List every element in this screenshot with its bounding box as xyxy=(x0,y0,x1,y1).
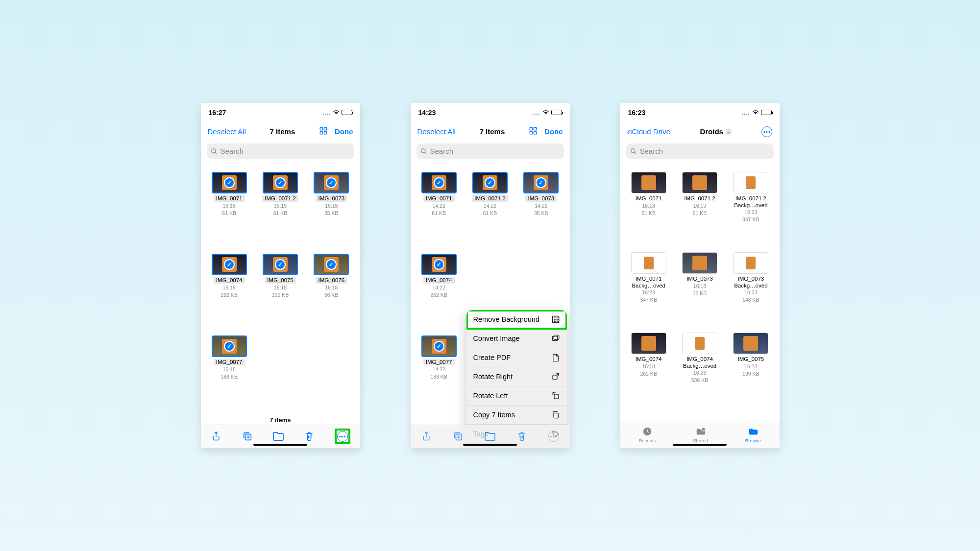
file-time: 16:18 xyxy=(223,366,236,373)
file-item[interactable]: IMG_0071Backg…oved16:23347 KB xyxy=(625,252,672,303)
selected-check-icon: ✓ xyxy=(224,177,235,188)
file-time: 14:22 xyxy=(433,203,445,209)
svg-rect-10 xyxy=(534,132,536,134)
trash-icon[interactable] xyxy=(303,431,315,442)
svg-point-4 xyxy=(211,148,215,152)
selected-check-icon: ✓ xyxy=(275,259,286,270)
battery-icon xyxy=(342,110,352,115)
menu-rotate-right[interactable]: Rotate Right xyxy=(466,367,567,386)
screen-3: 16:23 .... ‹ iCloud Drive Droids ⌄ ••• S… xyxy=(620,103,780,448)
file-item[interactable]: IMG_0071 2Backg…oved16:23347 KB xyxy=(727,172,774,223)
svg-rect-9 xyxy=(530,132,532,134)
more-icon[interactable]: ••• xyxy=(548,431,560,442)
menu-rotate-left[interactable]: Rotate Left xyxy=(466,386,567,406)
file-item[interactable]: ✓IMG_007314:2235 KB xyxy=(517,172,564,216)
file-name: IMG_0071 2 xyxy=(262,195,298,202)
file-time: 16:18 xyxy=(693,283,706,289)
screen-1: 16:27 .... Deselect All 7 Items Done Sea… xyxy=(201,103,360,448)
grid-view-icon[interactable] xyxy=(529,126,538,137)
folder-icon[interactable] xyxy=(484,431,496,442)
file-thumbnail xyxy=(631,172,666,193)
file-item[interactable]: IMG_0071 216:1961 KB xyxy=(676,172,723,223)
svg-rect-2 xyxy=(320,132,322,134)
search-placeholder: Search xyxy=(220,147,244,155)
file-time: 16:19 xyxy=(274,203,287,209)
file-size: 61 KB xyxy=(222,210,236,216)
tab-recents[interactable]: Recents xyxy=(638,426,656,443)
grid-view-icon[interactable] xyxy=(319,126,328,137)
more-icon[interactable]: ••• xyxy=(337,431,348,442)
file-thumbnail: ✓ xyxy=(421,172,457,193)
file-item[interactable]: ✓IMG_007316:1835 KB xyxy=(308,172,355,216)
file-name: IMG_0073 xyxy=(735,275,766,282)
search-input[interactable]: Search xyxy=(626,144,774,159)
svg-rect-7 xyxy=(530,127,532,130)
more-icon[interactable]: ••• xyxy=(761,126,772,137)
menu-copy-items[interactable]: Copy 7 Items xyxy=(466,406,567,425)
tab-browse[interactable]: Browse xyxy=(745,426,761,443)
menu-remove-background[interactable]: Remove Background xyxy=(466,310,567,329)
file-item[interactable]: ✓IMG_007116:1861 KB xyxy=(206,172,253,216)
battery-icon xyxy=(761,110,772,115)
file-item[interactable]: IMG_007316:1835 KB xyxy=(676,252,723,303)
done-button[interactable]: Done xyxy=(544,127,563,136)
file-item[interactable]: IMG_0074Backg…oved16:23536 KB xyxy=(676,333,723,383)
item-count: 7 items xyxy=(201,414,360,425)
file-name: IMG_0071 2 xyxy=(682,195,717,202)
file-name: IMG_0071 xyxy=(214,195,245,202)
file-item[interactable]: IMG_007116:1861 KB xyxy=(625,172,672,223)
search-input[interactable]: Search xyxy=(207,144,354,159)
deselect-all-button[interactable]: Deselect All xyxy=(417,127,456,136)
duplicate-icon[interactable] xyxy=(452,431,464,442)
file-time: 16:23 xyxy=(693,370,706,376)
svg-rect-8 xyxy=(534,127,536,130)
chevron-down-icon[interactable]: ⌄ xyxy=(725,128,732,135)
file-item[interactable]: ✓IMG_007714:22183 KB xyxy=(416,335,463,380)
file-time: 16:18 xyxy=(744,363,757,370)
file-name: IMG_0076 xyxy=(316,277,347,284)
file-item[interactable]: ✓IMG_0071 214:2261 KB xyxy=(466,172,514,216)
file-size: 262 KB xyxy=(640,371,657,377)
file-item[interactable]: ✓IMG_007114:2261 KB xyxy=(416,172,463,216)
selected-check-icon: ✓ xyxy=(434,341,444,352)
file-subtitle: Backg…oved xyxy=(734,283,767,288)
folder-icon[interactable] xyxy=(272,431,284,442)
file-thumbnail xyxy=(733,333,768,354)
selected-check-icon: ✓ xyxy=(326,177,337,188)
search-input[interactable]: Search xyxy=(416,144,564,159)
file-thumbnail xyxy=(733,252,768,274)
deselect-all-button[interactable]: Deselect All xyxy=(208,127,246,136)
file-item[interactable]: ✓IMG_007414:22262 KB xyxy=(416,254,463,298)
file-time: 16:18 xyxy=(274,285,287,291)
file-item[interactable]: ✓IMG_007416:18262 KB xyxy=(206,254,253,298)
file-item[interactable]: ✓IMG_007716:18183 KB xyxy=(206,335,253,380)
menu-convert-image[interactable]: Convert Image xyxy=(466,329,567,348)
file-name: IMG_0071 2 xyxy=(472,195,508,202)
file-name: IMG_0073 xyxy=(684,275,715,282)
file-item[interactable]: ✓IMG_0071 216:1961 KB xyxy=(257,172,304,216)
selected-check-icon: ✓ xyxy=(326,259,337,270)
file-thumbnail: ✓ xyxy=(314,172,349,193)
duplicate-icon[interactable] xyxy=(242,431,253,442)
selected-check-icon: ✓ xyxy=(224,341,235,352)
page-title: Droids ⌄ xyxy=(700,127,732,136)
file-size: 536 KB xyxy=(691,377,708,383)
file-size: 148 KB xyxy=(742,297,759,303)
file-item[interactable]: ✓IMG_007616:1856 KB xyxy=(308,254,355,298)
tab-shared[interactable]: Shared xyxy=(693,426,708,443)
share-icon[interactable] xyxy=(420,431,432,442)
file-item[interactable]: IMG_0073Backg…oved16:23148 KB xyxy=(727,252,774,303)
done-button[interactable]: Done xyxy=(335,127,353,136)
file-thumbnail xyxy=(682,252,717,274)
menu-create-pdf[interactable]: Create PDF xyxy=(466,348,567,367)
back-button[interactable]: ‹ iCloud Drive xyxy=(627,126,670,137)
trash-icon[interactable] xyxy=(516,431,528,442)
file-item[interactable]: IMG_007416:18262 KB xyxy=(625,333,672,383)
share-icon[interactable] xyxy=(210,431,222,442)
file-size: 347 KB xyxy=(742,216,759,223)
file-item[interactable]: ✓IMG_007516:18199 KB xyxy=(257,254,304,298)
file-item[interactable]: IMG_007516:18199 KB xyxy=(727,333,774,383)
file-thumbnail xyxy=(631,333,666,354)
svg-point-27 xyxy=(631,148,635,152)
svg-line-12 xyxy=(424,152,426,153)
